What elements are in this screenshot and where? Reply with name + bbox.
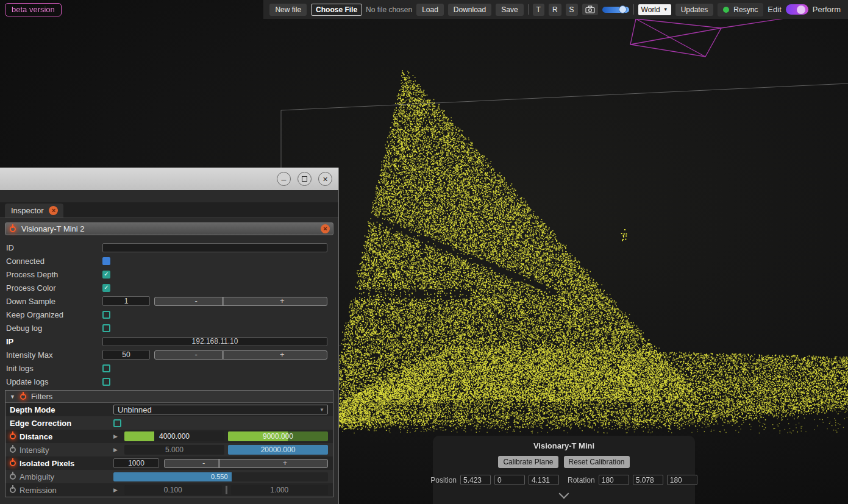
ip-input[interactable]: [102, 337, 327, 346]
plus-icon[interactable]: +: [280, 350, 285, 359]
intensity-power-icon[interactable]: [10, 447, 16, 453]
minimize-button[interactable]: –: [277, 172, 291, 186]
rotation-x-input[interactable]: [599, 475, 629, 485]
camera-transform-fields: Position Rotation: [433, 475, 695, 485]
arrow-right-icon[interactable]: ▶: [113, 433, 121, 439]
resync-button[interactable]: Resync: [718, 3, 763, 16]
intensity-min-field[interactable]: 5.000: [124, 445, 224, 455]
down-sample-input[interactable]: [102, 296, 150, 306]
intensity-max-slider[interactable]: - +: [154, 350, 327, 360]
distance-min-field[interactable]: 4000.000: [124, 431, 224, 441]
slider-handle[interactable]: [218, 460, 220, 467]
minus-icon[interactable]: -: [195, 296, 198, 305]
download-button[interactable]: Download: [448, 4, 491, 16]
screenshot-button[interactable]: [582, 4, 598, 15]
row-update-logs: Update logs: [0, 375, 338, 388]
slider-handle[interactable]: [222, 297, 224, 305]
window-spacer: [0, 190, 338, 202]
remission-power-icon[interactable]: [10, 487, 16, 493]
position-z-input[interactable]: [529, 475, 559, 485]
slider-handle[interactable]: [222, 351, 224, 359]
depth-mode-select[interactable]: Unbinned ▼: [113, 405, 328, 414]
scale-tool-button[interactable]: S: [566, 4, 578, 16]
reset-calibration-button[interactable]: Reset Calibration: [564, 456, 630, 468]
beta-version-badge: beta version: [5, 3, 62, 16]
debug-log-checkbox[interactable]: [102, 324, 110, 332]
edit-mode-label: Edit: [768, 5, 781, 14]
tab-inspector[interactable]: Inspector ×: [5, 204, 63, 218]
size-slider-knob[interactable]: [619, 5, 627, 13]
ambiguity-slider[interactable]: 0.550: [113, 472, 328, 481]
world-select[interactable]: World ▼: [638, 4, 671, 15]
calibrate-plane-button[interactable]: Calibrate Plane: [498, 456, 558, 468]
row-ambiguity: Ambiguity 0.550: [5, 470, 333, 483]
distance-power-icon[interactable]: [10, 433, 16, 439]
distance-max-field[interactable]: 9000.000: [228, 431, 328, 441]
component-close-icon[interactable]: ×: [321, 224, 330, 233]
property-rows: ID Connected Process Depth ✓ Process Col…: [0, 238, 338, 388]
isolated-pixels-slider[interactable]: - +: [164, 459, 328, 468]
rotation-label: Rotation: [568, 476, 595, 484]
window-titlebar[interactable]: – ×: [0, 168, 338, 190]
rotation-z-input[interactable]: [667, 475, 697, 485]
isolated-pixels-input[interactable]: [113, 458, 159, 468]
connected-checkbox[interactable]: [102, 257, 110, 265]
edit-perform-toggle[interactable]: [786, 4, 808, 15]
filters-header[interactable]: ▼ Filters: [5, 391, 333, 403]
collapse-panel-chevron[interactable]: [559, 490, 569, 497]
position-y-input[interactable]: [494, 475, 525, 485]
remission-max-field[interactable]: 1.000: [231, 485, 329, 495]
row-down-sample: Down Sample - +: [0, 294, 338, 308]
init-logs-checkbox[interactable]: [102, 364, 110, 372]
rotate-tool-button[interactable]: R: [549, 4, 561, 16]
load-button[interactable]: Load: [416, 4, 444, 16]
arrow-right-icon[interactable]: ▶: [113, 447, 121, 453]
minus-icon[interactable]: -: [195, 350, 198, 359]
row-remission: Remission ▶ 0.100 1.000: [5, 483, 333, 497]
updates-button[interactable]: Updates: [675, 4, 714, 16]
edge-correction-checkbox[interactable]: [113, 419, 121, 427]
distance-min-value: 4000.000: [159, 432, 190, 441]
remission-min-value: 0.100: [164, 486, 182, 494]
close-window-button[interactable]: ×: [318, 172, 332, 186]
minus-icon[interactable]: -: [202, 458, 205, 467]
depth-mode-value: Unbinned: [114, 405, 319, 414]
intensity-max-input[interactable]: [102, 350, 150, 360]
process-color-checkbox[interactable]: ✓: [102, 284, 110, 292]
component-title: Visionary-T Mini 2: [21, 224, 315, 233]
ambiguity-power-icon[interactable]: [10, 474, 16, 480]
chevron-down-icon[interactable]: ▼: [10, 394, 15, 400]
filters-power-icon[interactable]: [20, 394, 26, 400]
ambiguity-value: 0.550: [211, 473, 232, 480]
remission-min-field[interactable]: 0.100: [124, 485, 222, 495]
isolated-pixels-power-icon[interactable]: [10, 460, 16, 466]
intensity-max-field[interactable]: 20000.000: [228, 445, 328, 455]
keep-organized-checkbox[interactable]: [102, 311, 110, 319]
component-header[interactable]: Visionary-T Mini 2 ×: [5, 222, 333, 235]
save-button[interactable]: Save: [496, 4, 523, 16]
position-x-input[interactable]: [460, 475, 491, 485]
down-sample-label: Down Sample: [6, 297, 102, 306]
inspector-tabbar: Inspector ×: [0, 202, 338, 218]
process-depth-checkbox[interactable]: ✓: [102, 271, 110, 279]
toggle-knob[interactable]: [797, 5, 805, 14]
arrow-right-icon[interactable]: ▶: [113, 487, 121, 493]
choose-file-button[interactable]: Choose File: [311, 4, 362, 16]
main-toolbar: New file Choose File No file chosen Load…: [263, 0, 848, 19]
row-id: ID: [0, 241, 338, 254]
update-logs-checkbox[interactable]: [102, 378, 110, 386]
plus-icon[interactable]: +: [280, 296, 285, 305]
tab-inspector-label: Inspector: [11, 206, 43, 215]
depth-mode-label: Depth Mode: [10, 405, 110, 414]
translate-tool-button[interactable]: T: [533, 4, 544, 16]
down-sample-slider[interactable]: - +: [154, 297, 327, 306]
maximize-button[interactable]: [298, 172, 312, 186]
tab-close-icon[interactable]: ×: [49, 206, 58, 215]
plus-icon[interactable]: +: [283, 458, 288, 467]
size-slider[interactable]: [602, 7, 629, 13]
new-file-button[interactable]: New file: [269, 4, 307, 16]
rotation-y-input[interactable]: [633, 475, 663, 485]
field-divider[interactable]: [226, 486, 227, 494]
power-icon[interactable]: [10, 226, 16, 232]
id-input[interactable]: [102, 243, 327, 252]
